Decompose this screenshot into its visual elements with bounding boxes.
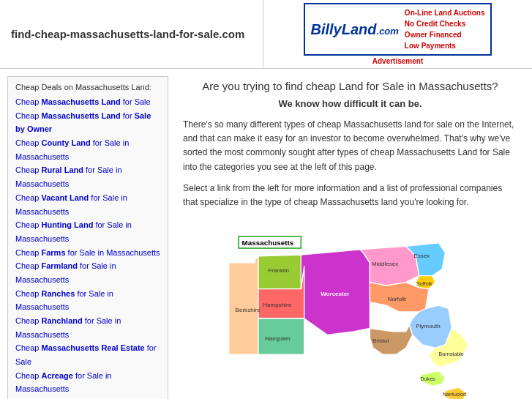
- content-paragraph-2: Select a link from the left for more inf…: [183, 182, 517, 209]
- link-farmland[interactable]: Cheap Farmland for Sale in Massachusetts: [15, 259, 160, 286]
- label-nantucket: Nantucket: [443, 392, 466, 398]
- deals-box: Cheap Deals on Massachusetts Land: Cheap…: [7, 76, 168, 399]
- page-heading: Are you trying to find cheap Land for Sa…: [183, 80, 517, 92]
- sidebar: Cheap Deals on Massachusetts Land: Cheap…: [7, 76, 168, 399]
- link-acreage[interactable]: Cheap Acreage for Sale in Massachusetts: [15, 369, 160, 396]
- label-suffolk: Suffolk: [416, 281, 432, 287]
- deals-box-title: Cheap Deals on Massachusetts Land:: [15, 83, 160, 92]
- link-property[interactable]: Cheap Property for Sale in Massachusetts: [15, 396, 160, 399]
- label-franklin: Franklin: [268, 267, 289, 274]
- billyland-logo: BillyLand.com: [311, 21, 399, 38]
- content-paragraph-1: There's so many different types of cheap…: [183, 118, 517, 174]
- link-ma-land-sale[interactable]: Cheap Massachusetts Land for Sale: [15, 95, 160, 109]
- header: find-cheap-massachusetts-land-for-sale.c…: [0, 0, 532, 69]
- link-ma-land-owner[interactable]: Cheap Massachusetts Land for Sale by Own…: [15, 109, 160, 136]
- domain-title: find-cheap-massachusetts-land-for-sale.c…: [0, 0, 263, 68]
- label-bristol: Bristol: [372, 338, 389, 344]
- domain-text: find-cheap-massachusetts-land-for-sale.c…: [11, 28, 244, 40]
- link-vacant-land[interactable]: Cheap Vacant Land for Sale in Massachuse…: [15, 191, 160, 218]
- label-worcester: Worcester: [321, 291, 350, 297]
- page-subtitle: We know how difficult it can be.: [183, 98, 517, 109]
- label-berkshire: Berkshire: [236, 307, 261, 313]
- label-barnstable: Barnstable: [439, 351, 464, 357]
- header-advertisement: BillyLand.com On-Line Land AuctionsNo Cr…: [263, 0, 532, 68]
- label-middlesex: Middlesex: [372, 261, 398, 267]
- label-essex: Essex: [413, 253, 430, 259]
- label-plymouth: Plymouth: [416, 324, 441, 330]
- massachusetts-map: Berkshire Franklin Hampshire Hampden Wor…: [183, 217, 517, 399]
- main-content: Cheap Deals on Massachusetts Land: Cheap…: [0, 69, 532, 399]
- link-hunting-land[interactable]: Cheap Hunting Land for Sale in Massachus…: [15, 218, 160, 245]
- billyland-taglines: On-Line Land AuctionsNo Credit ChecksOwn…: [405, 7, 485, 51]
- ma-label-text: Massachusetts: [242, 239, 294, 247]
- link-real-estate[interactable]: Cheap Massachusetts Real Estate for Sale: [15, 341, 160, 368]
- county-berkshire[interactable]: [229, 256, 258, 354]
- link-ranchland[interactable]: Cheap Ranchland for Sale in Massachusett…: [15, 314, 160, 341]
- billyland-banner[interactable]: BillyLand.com On-Line Land AuctionsNo Cr…: [304, 3, 492, 56]
- label-hampshire: Hampshire: [263, 302, 291, 308]
- map-svg: Berkshire Franklin Hampshire Hampden Wor…: [183, 217, 517, 399]
- content-area: Are you trying to find cheap Land for Sa…: [176, 76, 525, 399]
- link-ranches[interactable]: Cheap Ranches for Sale in Massachusetts: [15, 287, 160, 314]
- ad-label: Advertisement: [372, 57, 423, 65]
- link-county-land[interactable]: Cheap County Land for Sale in Massachuse…: [15, 136, 160, 163]
- link-rural-land[interactable]: Cheap Rural Land for Sale in Massachuset…: [15, 163, 160, 190]
- label-hampden: Hampden: [265, 335, 291, 342]
- label-dukes: Dukes: [420, 376, 435, 382]
- link-farms[interactable]: Cheap Farms for Sale in Massachusetts: [15, 246, 160, 260]
- label-norfolk: Norfolk: [388, 296, 407, 302]
